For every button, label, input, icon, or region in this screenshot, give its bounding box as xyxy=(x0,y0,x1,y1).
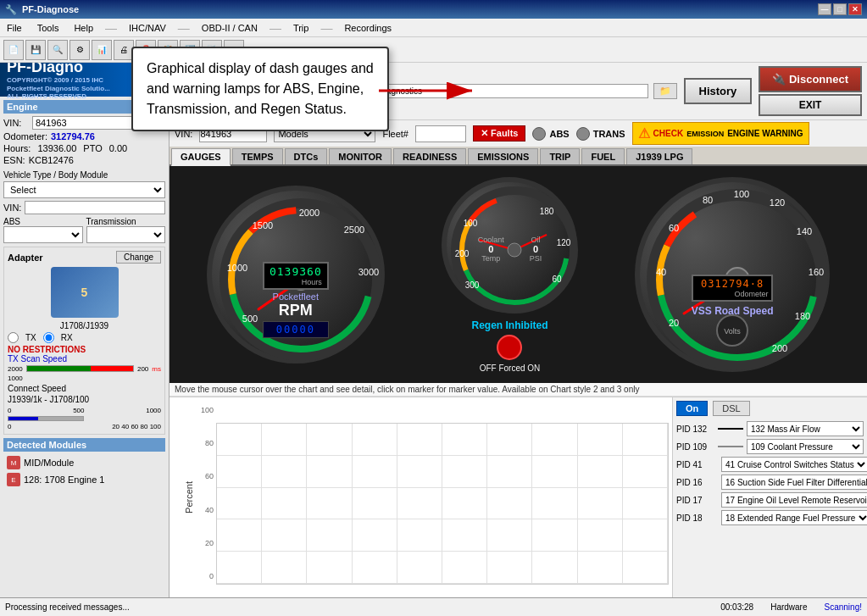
check-icon: ⚠ xyxy=(638,125,650,142)
toolbar-btn-2[interactable]: 💾 xyxy=(25,40,46,60)
svg-text:140: 140 xyxy=(797,226,812,236)
y-60: 60 xyxy=(205,472,214,480)
rpm-gauge-circle: 500 1000 1500 2000 2500 3000 xyxy=(207,186,385,363)
disconnect-button[interactable]: 🔌 Disconnect xyxy=(759,66,862,92)
status-time: 00:03:28 xyxy=(720,602,753,612)
tab-temps[interactable]: TEMPS xyxy=(232,148,283,164)
toolbar: 📄 💾 🔍 ⚙ 📊 🖨 ❓ 📋 🔄 📡 🚗 xyxy=(0,37,867,63)
menu-file[interactable]: File xyxy=(3,21,25,35)
tab-trip[interactable]: TRIP xyxy=(540,148,580,164)
vin-field-label: VIN: xyxy=(3,203,21,213)
svg-text:160: 160 xyxy=(809,267,824,277)
menu-tools[interactable]: Tools xyxy=(34,21,63,35)
vin-field-input[interactable] xyxy=(25,201,165,214)
menu-trip[interactable]: Trip xyxy=(290,21,313,35)
svg-text:180: 180 xyxy=(795,311,810,321)
pid-41-select[interactable]: 41 Cruise Control Switches Status xyxy=(721,457,867,472)
toggle-on-button[interactable]: On xyxy=(676,401,708,416)
logo-sub2: Pocketfleet Diagnostic Solutio... xyxy=(7,85,110,93)
pid-16-select[interactable]: 16 Suction Side Fuel Filter Differential… xyxy=(721,474,867,490)
tab-fuel[interactable]: FUEL xyxy=(581,148,625,164)
pid-18-label: PID 18 xyxy=(676,513,714,523)
tab-dtcs[interactable]: DTCs xyxy=(285,148,328,164)
vss-gauge: 20 40 60 80 100 120 140 160 180 200 xyxy=(635,177,830,372)
disconnect-label: Disconnect xyxy=(789,73,848,86)
toggle-dsl-button[interactable]: DSL xyxy=(713,401,749,416)
tooltip-box: Graphical display of dash gauges andand … xyxy=(131,47,389,131)
tab-monitor[interactable]: MONITOR xyxy=(329,148,392,164)
adapter-name: J1708/J1939 xyxy=(8,321,161,330)
toolbar-btn-4[interactable]: ⚙ xyxy=(69,40,90,60)
abs-select[interactable] xyxy=(3,226,83,243)
module-item-engine[interactable]: E 128: 1708 Engine 1 xyxy=(3,471,165,488)
tab-emissions[interactable]: EMISSIONS xyxy=(468,148,538,164)
adapter-panel: Adapter Change 5 J1708/J1939 TX RX NO RE… xyxy=(3,247,165,435)
svg-text:60: 60 xyxy=(669,223,679,233)
rx-label: RX xyxy=(61,333,73,342)
connect-slider[interactable] xyxy=(8,416,84,421)
transmission-select[interactable] xyxy=(86,226,166,243)
disconnect-icon: 🔌 xyxy=(772,73,786,86)
tab-readiness[interactable]: READINESS xyxy=(393,148,466,164)
rpm-label: RPM xyxy=(263,302,329,319)
pid-row-18: PID 18 18 Extended Range Fuel Pressure xyxy=(676,510,864,525)
change-adapter-button[interactable]: Change xyxy=(116,251,161,264)
pid-109-select[interactable]: 109 Coolant Pressure xyxy=(747,439,864,454)
chart-note: Move the mouse cursor over the chart and… xyxy=(170,383,867,397)
tab-gauges[interactable]: GAUGES xyxy=(171,148,231,166)
esn-value: KCB12476 xyxy=(29,155,74,165)
browse-button[interactable]: 📁 xyxy=(653,83,677,99)
pid-17-select[interactable]: 17 Engine Oil Level Remote Reservoir xyxy=(721,492,867,508)
trans-label: TRANS xyxy=(593,129,625,139)
engine-warning-panel: ⚠ CHECK EMISSION ENGINE WARNING xyxy=(632,122,809,145)
module-name-engine: 128: 1708 Engine 1 xyxy=(24,474,104,485)
minimize-button[interactable]: — xyxy=(818,3,831,15)
y-80: 80 xyxy=(205,439,214,447)
speed-bar xyxy=(26,365,134,372)
close-button[interactable]: ✕ xyxy=(848,3,862,15)
pid-18-select[interactable]: 18 Extended Range Fuel Pressure xyxy=(721,510,867,525)
pid-17-label: PID 17 xyxy=(676,496,714,505)
svg-text:3000: 3000 xyxy=(358,267,379,277)
svg-text:120: 120 xyxy=(557,238,571,247)
module-icon-engine: E xyxy=(7,473,20,486)
toolbar-btn-5[interactable]: 📊 xyxy=(92,40,112,60)
menu-ihcnav[interactable]: IHC/NAV xyxy=(125,21,170,35)
rx-radio[interactable] xyxy=(43,332,54,343)
connect-speed-value: J1939/1k - J1708/100 xyxy=(8,395,161,404)
svg-text:60: 60 xyxy=(553,275,563,284)
vin-label: VIN: xyxy=(3,118,29,128)
pid-109-line xyxy=(718,446,743,447)
exit-button[interactable]: EXIT xyxy=(759,94,862,116)
tx-label: TX xyxy=(25,333,36,342)
module-item-mid[interactable]: M MID/Module xyxy=(3,454,165,471)
svg-text:2500: 2500 xyxy=(344,225,364,235)
odometer-value: 312794.76 xyxy=(51,131,95,142)
history-button[interactable]: History xyxy=(684,78,752,104)
pid-132-select[interactable]: 132 Mass Air Flow xyxy=(747,421,864,436)
pid-41-label: PID 41 xyxy=(676,460,714,469)
faults-button[interactable]: ✕ Faults xyxy=(473,125,525,142)
trans-indicator xyxy=(576,127,590,141)
tooltip-text: Graphical display of dash gauges andand … xyxy=(147,61,374,116)
toolbar-btn-3[interactable]: 🔍 xyxy=(47,40,68,60)
vehicle-type-select[interactable]: Select xyxy=(3,181,165,198)
module-icon-mid: M xyxy=(7,456,20,469)
pid-row-109: PID 109 109 Coolant Pressure xyxy=(676,439,864,454)
transmission-label: Transmission xyxy=(86,217,166,226)
emission-label: EMISSION xyxy=(686,130,724,138)
fleet-input[interactable] xyxy=(415,125,466,142)
abs-indicator xyxy=(532,127,546,141)
menu-obd2can[interactable]: OBD-II / CAN xyxy=(198,21,261,35)
menu-help[interactable]: Help xyxy=(70,21,97,35)
toolbar-btn-1[interactable]: 📄 xyxy=(3,40,24,60)
odometer-display: 0312794·8 xyxy=(701,278,764,290)
logo-sub1: COPYRIGHT© 2009 / 2015 IHC xyxy=(7,76,110,85)
svg-text:40: 40 xyxy=(656,267,666,277)
maximize-button[interactable]: □ xyxy=(833,3,847,15)
tab-j1939lpg[interactable]: J1939 LPG xyxy=(626,148,692,164)
tooltip-arrow xyxy=(379,74,489,108)
tx-radio[interactable] xyxy=(8,332,19,343)
menu-recordings[interactable]: Recordings xyxy=(341,21,395,35)
menu-bar: File Tools Help — IHC/NAV — OBD-II / CAN… xyxy=(0,19,867,37)
